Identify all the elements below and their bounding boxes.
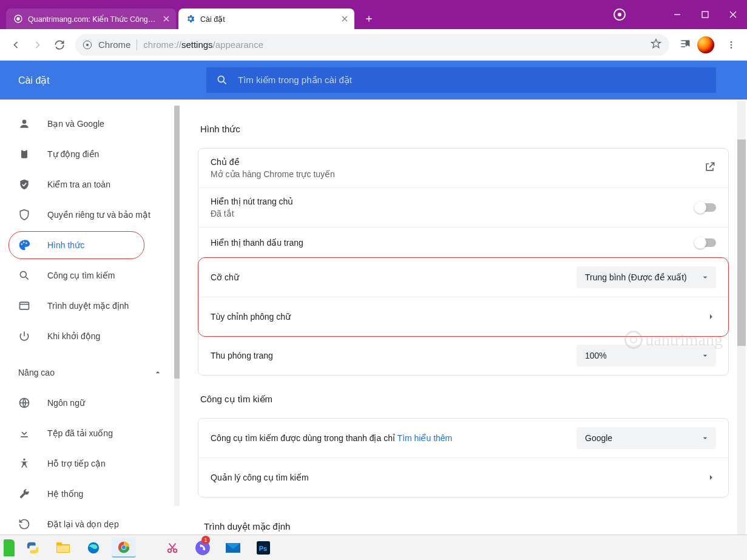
sidebar-item-label: Quyền riêng tư và bảo mật [47,210,150,220]
taskbar-mail-icon[interactable] [221,538,245,558]
svg-point-14 [25,242,27,244]
sidebar-item-language[interactable]: Ngôn ngữ [5,391,175,415]
sidebar-advanced-toggle[interactable]: Nâng cao [5,360,175,385]
tab-active[interactable]: Cài đặt [178,8,354,29]
search-icon [18,269,33,282]
back-button[interactable] [5,34,27,56]
maximize-button[interactable] [691,0,719,29]
sidebar-item-accessibility[interactable]: Hỗ trợ tiếp cận [5,451,175,476]
sidebar-item-system[interactable]: Hệ thống [5,482,175,506]
sidebar-item-label: Trình duyệt mặc định [47,301,129,311]
row-zoom: Thu phóng trang 100% [198,336,728,375]
svg-rect-20 [56,542,62,545]
row-theme[interactable]: Chủ đề Mở cửa hàng Chrome trực tuyến [198,149,728,188]
page-scrollbar-thumb[interactable] [737,140,746,346]
bookmark-star-icon[interactable] [650,38,662,52]
profile-avatar[interactable] [697,36,714,53]
close-window-button[interactable] [719,0,747,29]
media-indicator-icon[interactable] [613,8,626,21]
globe-icon [18,397,33,409]
row-label: Tùy chỉnh phông chữ [211,312,706,322]
close-icon[interactable] [340,14,350,24]
row-label: Chủ đề [211,157,704,167]
highlighted-font-group: Cỡ chữ Trung bình (Được đề xuất) Tùy chỉ… [198,257,729,337]
taskbar-python-icon[interactable] [21,538,45,558]
taskbar-photoshop-icon[interactable]: Ps [251,538,275,558]
window-titlebar: Quantrimang.com: Kiến Thức Công Nghệ Cài… [0,0,747,29]
taskbar-viber-icon[interactable]: 1 [191,538,215,558]
svg-rect-11 [23,149,26,151]
palette-icon [18,239,33,251]
row-home-button: Hiển thị nút trang chủ Đã tắt [198,188,728,228]
row-label: Hiển thị thanh dấu trang [211,238,695,248]
sidebar-item-label: Tự động điền [47,149,99,159]
tab-inactive[interactable]: Quantrimang.com: Kiến Thức Công Nghệ [6,8,176,29]
browser-icon [18,300,33,312]
accessibility-icon [18,457,33,470]
taskbar-edge-icon[interactable] [81,538,106,558]
svg-point-6 [731,44,732,46]
svg-point-4 [86,44,89,46]
reading-list-icon[interactable] [679,38,691,52]
search-placeholder: Tìm kiếm trong phần cài đặt [238,75,352,86]
sidebar-item-label: Kiểm tra an toàn [47,180,110,189]
sidebar-item-safety[interactable]: Kiểm tra an toàn [5,172,175,197]
taskbar-chrome-icon[interactable] [112,538,136,558]
minimize-button[interactable] [663,0,691,29]
sidebar-item-privacy[interactable]: Quyền riêng tư và bảo mật [5,203,175,227]
sidebar-item-label: Công cụ tìm kiếm [47,271,115,280]
download-icon [18,427,33,439]
svg-point-8 [218,76,224,82]
new-tab-button[interactable] [360,10,377,27]
taskbar-snip-icon[interactable] [160,538,184,558]
row-font-size: Cỡ chữ Trung bình (Được đề xuất) [198,258,728,297]
power-icon [18,330,33,342]
toggle-home-button[interactable] [695,203,716,212]
row-bookmark-bar: Hiển thị thanh dấu trang [198,228,728,258]
browser-toolbar: Chrome chrome://settings/appearance [0,29,747,61]
person-icon [18,118,33,130]
settings-main: Hình thức Chủ đề Mở cửa hàng Chrome trực… [180,100,747,535]
dropdown-zoom[interactable]: 100% [576,345,716,366]
dropdown-font-size[interactable]: Trung bình (Được đề xuất) [576,266,716,288]
row-label: Hiển thị nút trang chủ [211,197,695,206]
row-customize-font[interactable]: Tùy chỉnh phông chữ [198,297,728,336]
sidebar-item-label: Hệ thống [47,489,83,499]
shield-check-icon [18,178,33,191]
restore-icon [18,518,33,530]
dropdown-value: Trung bình (Được đề xuất) [585,272,687,282]
shield-icon [18,209,33,221]
toggle-bookmark-bar[interactable] [695,238,716,247]
sidebar-item-default-browser[interactable]: Trình duyệt mặc định [5,294,175,318]
learn-more-link[interactable]: Tìm hiểu thêm [397,433,453,443]
close-icon[interactable] [161,14,171,24]
taskbar-app-1[interactable] [4,539,15,556]
windows-taskbar: 1 Ps [0,535,747,560]
site-info-icon[interactable] [83,40,92,50]
reload-button[interactable] [49,34,70,56]
site-favicon-icon [13,14,23,24]
dropdown-search-engine[interactable]: Google [576,427,716,449]
settings-gear-icon [186,14,195,24]
chrome-menu-button[interactable] [720,34,742,56]
section-title-search: Công cụ tìm kiếm [200,394,729,405]
address-bar[interactable]: Chrome chrome://settings/appearance [75,34,669,56]
settings-search[interactable]: Tìm kiếm trong phần cài đặt [206,67,716,93]
sidebar-item-downloads[interactable]: Tệp đã tải xuống [5,421,175,445]
sidebar-item-autofill[interactable]: Tự động điền [5,142,175,166]
forward-button[interactable] [27,34,49,56]
svg-point-15 [20,271,26,277]
window-controls [663,0,747,29]
svg-point-18 [23,459,25,460]
dropdown-value: 100% [585,351,607,360]
sidebar-item-search[interactable]: Công cụ tìm kiếm [5,263,175,288]
sidebar-item-reset[interactable]: Đặt lại và dọn dẹp [5,512,175,535]
sidebar-item-startup[interactable]: Khi khởi động [5,324,175,348]
sidebar-item-you-and-google[interactable]: Bạn và Google [5,112,175,136]
row-manage-search[interactable]: Quản lý công cụ tìm kiếm [198,458,728,497]
url-label-secure: Chrome [98,39,130,50]
scrollbar-thumb[interactable] [174,106,180,379]
sidebar-item-appearance[interactable]: Hình thức [5,233,175,257]
row-label: Cỡ chữ [211,272,576,282]
taskbar-explorer-icon[interactable] [51,538,75,558]
